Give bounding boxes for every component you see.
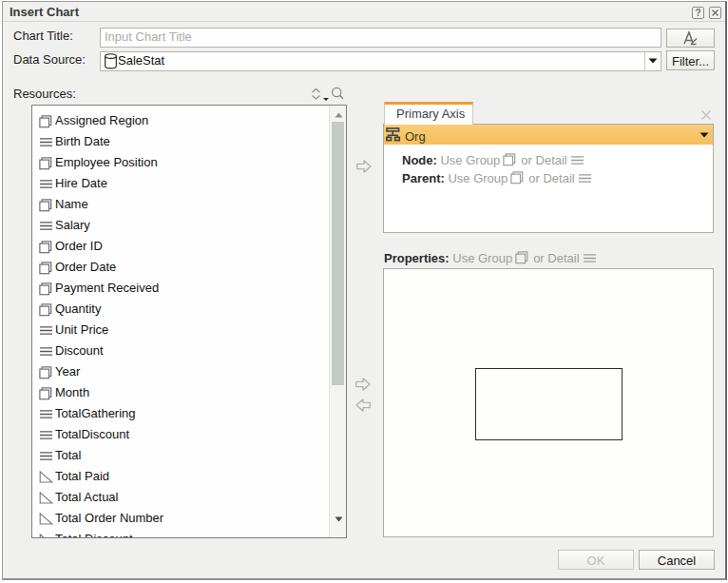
svg-text:?: ?	[695, 8, 700, 18]
